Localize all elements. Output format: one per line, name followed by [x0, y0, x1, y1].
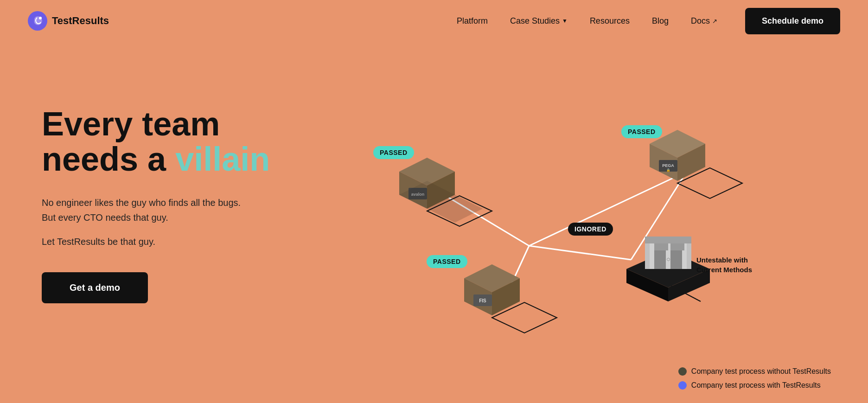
schedule-demo-button[interactable]: Schedule demo [745, 8, 840, 34]
svg-text:FIS: FIS [479, 298, 486, 303]
svg-rect-28 [654, 250, 666, 269]
svg-text:⬡: ⬡ [667, 257, 670, 262]
hero-description-1: No engineer likes the guy who finds all … [42, 195, 246, 225]
get-demo-button[interactable]: Get a demo [42, 272, 148, 303]
legend: Company test process without TestResults… [678, 367, 831, 390]
legend-dot-blue [678, 381, 687, 390]
nav-links: Platform Case Studies ▼ Resources Blog D… [457, 16, 717, 26]
svg-rect-30 [654, 243, 668, 250]
logo-area[interactable]: TestResults [28, 11, 109, 31]
svg-text:PEGA: PEGA [662, 163, 674, 168]
legend-item-without: Company test process without TestResults [678, 367, 831, 376]
nav-resources[interactable]: Resources [590, 16, 630, 26]
case-studies-dropdown-icon: ▼ [562, 18, 568, 24]
hero-left: Every team needs a villain No engineer l… [42, 70, 283, 303]
nav-docs[interactable]: Docs ↗ [691, 16, 717, 26]
hero-diagram: avalon FIS [283, 79, 840, 403]
svg-rect-29 [670, 250, 682, 269]
legend-label-with: Company test process with TestResults [691, 381, 821, 390]
hero-description-2: Let TestResults be that guy. [42, 234, 246, 249]
svg-point-1 [39, 17, 42, 19]
nav-platform[interactable]: Platform [457, 16, 488, 26]
badge-passed-fis: PASSED [427, 255, 467, 268]
untestable-label: Untestable withCurrent Methods [696, 255, 752, 275]
hero-title: Every team needs a villain [42, 107, 283, 177]
badge-ignored: IGNORED [568, 223, 613, 236]
nav-case-studies[interactable]: Case Studies ▼ [510, 16, 568, 26]
legend-dot-dark [678, 367, 687, 376]
nav-blog[interactable]: Blog [652, 16, 669, 26]
diagram-svg: avalon FIS [283, 79, 840, 403]
legend-item-with: Company test process with TestResults [678, 381, 831, 390]
hero-section: Every team needs a villain No engineer l… [0, 42, 868, 403]
svg-text:🔒: 🔒 [666, 168, 670, 172]
navbar: TestResults Platform Case Studies ▼ Reso… [0, 0, 868, 42]
legend-label-without: Company test process without TestResults [691, 367, 831, 376]
badge-passed-avalon: PASSED [373, 146, 414, 159]
svg-line-4 [529, 246, 631, 260]
svg-rect-26 [645, 237, 691, 243]
external-link-icon: ↗ [712, 18, 717, 25]
svg-rect-31 [670, 243, 684, 250]
badge-passed-pega: PASSED [621, 125, 662, 138]
logo-icon [28, 11, 47, 31]
logo-text: TestResults [52, 15, 109, 27]
